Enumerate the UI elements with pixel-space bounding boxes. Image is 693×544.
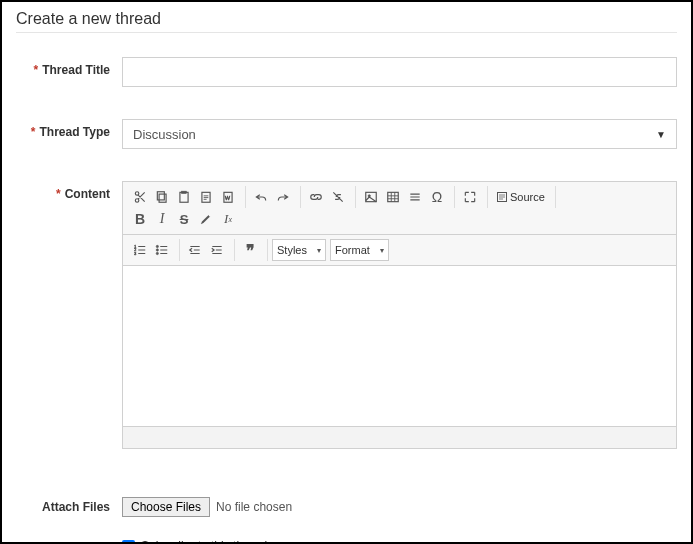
outdent-icon[interactable]: [184, 239, 206, 261]
label-content: *Content: [16, 181, 122, 201]
redo-icon[interactable]: [272, 186, 294, 208]
link-icon[interactable]: [305, 186, 327, 208]
svg-rect-1: [157, 192, 164, 200]
svg-point-15: [156, 249, 158, 251]
remove-format-icon[interactable]: Ix: [217, 208, 239, 230]
editor-statusbar: [123, 426, 676, 448]
svg-text:W: W: [225, 195, 230, 201]
chevron-down-icon: ▾: [380, 246, 384, 255]
label-thread-type: *Thread Type: [16, 119, 122, 139]
row-subscribe: Subscribe to this thread: [122, 539, 677, 544]
format-select[interactable]: Format▾: [330, 239, 389, 261]
svg-text:3: 3: [134, 252, 136, 256]
italic-icon[interactable]: I: [151, 208, 173, 230]
label-attach-files: Attach Files: [16, 497, 122, 514]
svg-point-16: [156, 252, 158, 254]
svg-rect-9: [388, 192, 399, 201]
rich-text-editor: W Ω: [122, 181, 677, 449]
page-title: Create a new thread: [16, 10, 677, 28]
row-attach-files: Attach Files Choose Files No file chosen: [16, 497, 677, 517]
strikethrough-icon[interactable]: S: [173, 208, 195, 230]
required-asterisk: *: [34, 63, 39, 77]
thread-title-input[interactable]: [122, 57, 677, 87]
unlink-icon[interactable]: [327, 186, 349, 208]
paste-word-icon[interactable]: W: [217, 186, 239, 208]
subscribe-label: Subscribe to this thread: [141, 539, 267, 544]
bold-icon[interactable]: B: [129, 208, 151, 230]
divider: [16, 32, 677, 33]
subscribe-checkbox[interactable]: [122, 540, 135, 545]
editor-textarea[interactable]: [123, 266, 676, 426]
undo-icon[interactable]: [250, 186, 272, 208]
styles-select[interactable]: Styles▾: [272, 239, 326, 261]
svg-rect-3: [182, 191, 187, 193]
chevron-down-icon: ▼: [656, 129, 666, 140]
row-content: *Content W: [16, 181, 677, 449]
row-thread-type: *Thread Type Discussion ▼: [16, 119, 677, 149]
row-thread-title: *Thread Title: [16, 57, 677, 87]
special-char-icon[interactable]: Ω: [426, 186, 448, 208]
thread-type-select[interactable]: Discussion ▼: [122, 119, 677, 149]
svg-rect-0: [159, 194, 166, 202]
highlight-icon[interactable]: [195, 208, 217, 230]
source-button[interactable]: Source: [492, 186, 549, 208]
choose-files-button[interactable]: Choose Files: [122, 497, 210, 517]
cut-icon[interactable]: [129, 186, 151, 208]
horizontal-rule-icon[interactable]: [404, 186, 426, 208]
paste-text-icon[interactable]: [195, 186, 217, 208]
svg-point-14: [156, 245, 158, 247]
maximize-icon[interactable]: [459, 186, 481, 208]
svg-rect-2: [180, 192, 188, 202]
label-thread-title: *Thread Title: [16, 57, 122, 77]
indent-icon[interactable]: [206, 239, 228, 261]
required-asterisk: *: [56, 187, 61, 201]
editor-toolbar-row1: W Ω: [123, 182, 676, 235]
table-icon[interactable]: [382, 186, 404, 208]
bullet-list-icon[interactable]: [151, 239, 173, 261]
image-icon[interactable]: [360, 186, 382, 208]
file-status: No file chosen: [216, 500, 292, 514]
blockquote-icon[interactable]: ❞: [239, 239, 261, 261]
editor-toolbar-row2: 123 ❞ Styles▾ Fo: [123, 235, 676, 266]
required-asterisk: *: [31, 125, 36, 139]
chevron-down-icon: ▾: [317, 246, 321, 255]
copy-icon[interactable]: [151, 186, 173, 208]
paste-icon[interactable]: [173, 186, 195, 208]
numbered-list-icon[interactable]: 123: [129, 239, 151, 261]
